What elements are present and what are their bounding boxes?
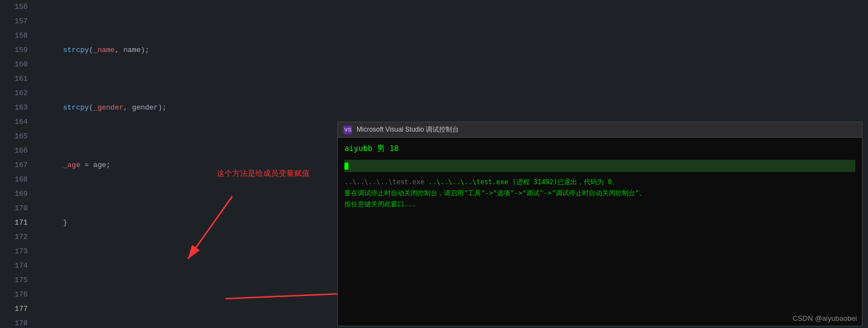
ln-161: 161: [0, 72, 28, 86]
debug-title-text: Microsoft Visual Studio 调试控制台: [357, 125, 459, 134]
ln-170: 170: [0, 201, 28, 216]
ln-157: 157: [0, 14, 28, 29]
ln-177: 177: [0, 302, 28, 316]
ln-176: 176: [0, 288, 28, 302]
debug-cursor: █: [344, 163, 348, 170]
watermark: CSDN @aiyubaobei: [792, 314, 857, 322]
ln-158: 158: [0, 29, 28, 43]
line-numbers: 156 157 158 159 160 161 162 163 164 165 …: [0, 0, 33, 328]
ln-165: 165: [0, 129, 28, 144]
ln-160: 160: [0, 58, 28, 72]
debug-output-line1: aiyubb 男 18: [344, 142, 855, 154]
vs-icon: VS: [343, 126, 352, 134]
debug-title-bar: VS Microsoft Visual Studio 调试控制台: [338, 122, 862, 138]
debug-body: aiyubb 男 18 █ ..\..\..\..\test.exe ..\..…: [338, 138, 862, 326]
ln-171: 171: [0, 216, 28, 230]
ln-174: 174: [0, 259, 28, 273]
ln-175: 175: [0, 273, 28, 288]
debug-console: VS Microsoft Visual Studio 调试控制台 aiyubb …: [337, 122, 862, 326]
ln-163: 163: [0, 101, 28, 115]
ln-166: 166: [0, 144, 28, 158]
code-line-156: strcpy(_name, name);: [39, 43, 868, 58]
debug-note2: 要在调试停止时自动关闭控制台，请启用"工具"->"选项"->"调试"->"调试停…: [344, 188, 855, 199]
ln-178: 178: [0, 316, 28, 328]
ln-156: 156: [0, 0, 28, 14]
ln-167: 167: [0, 158, 28, 173]
ln-169: 169: [0, 187, 28, 201]
ln-173: 173: [0, 244, 28, 259]
ln-159: 159: [0, 43, 28, 58]
ln-162: 162: [0, 86, 28, 101]
ln-172: 172: [0, 230, 28, 244]
ln-164: 164: [0, 115, 28, 129]
code-line-157: strcpy(_gender, gender);: [39, 101, 868, 115]
debug-note3: 按任意键关闭此窗口...: [344, 199, 855, 210]
debug-note1: ..\..\..\..\test.exe ..\..\..\..\test.ex…: [344, 176, 855, 188]
ln-168: 168: [0, 173, 28, 187]
